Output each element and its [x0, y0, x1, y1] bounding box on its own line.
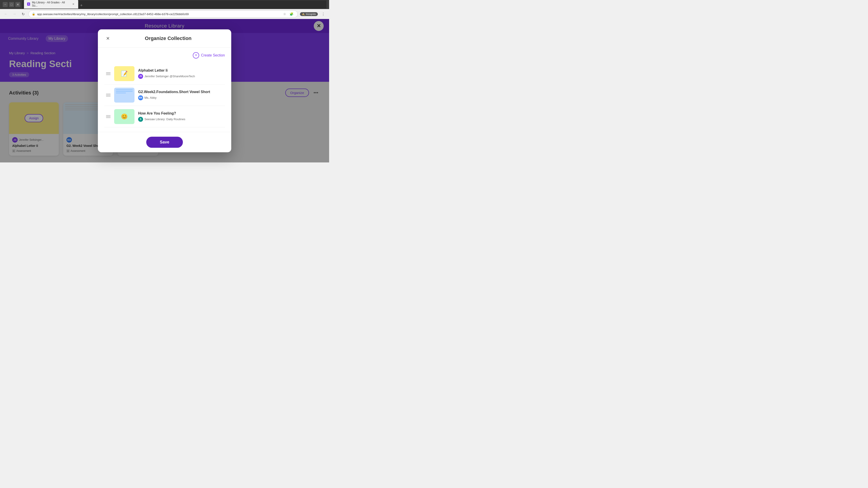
modal-overlay[interactable]: ✕ Organize Collection + Create Section	[0, 19, 329, 162]
refresh-button[interactable]: ↻	[20, 11, 26, 17]
drag-handle-1[interactable]	[106, 94, 111, 96]
organize-collection-modal: ✕ Organize Collection + Create Section	[98, 29, 231, 152]
save-button[interactable]: Save	[146, 137, 183, 148]
drag-item-title-0: Alphabet Letter Ii	[138, 68, 223, 72]
drag-item-author-1: MA Ms. Abby	[138, 95, 223, 100]
window-close-button[interactable]: ✕	[16, 2, 20, 7]
app-container: Resource Library ✕ Community Library My …	[0, 19, 329, 162]
extensions-button[interactable]: 🧩	[288, 11, 294, 17]
drag-item-1: G2.Week2.Foundations.Short Vowel Short M…	[104, 85, 225, 106]
tab-favicon: S	[27, 2, 30, 6]
address-bar: ← → ↻ 🔒 app.seesaw.me/#/activities/libra…	[0, 9, 329, 19]
drag-author-name-1: Ms. Abby	[145, 96, 156, 99]
drag-avatar-0: JS	[138, 74, 143, 79]
drag-thumb-0: 📝	[114, 66, 134, 81]
modal-footer: Save	[98, 132, 231, 152]
create-section-label: Create Section	[201, 53, 225, 57]
drag-avatar-2: S	[138, 117, 143, 122]
create-section-row: + Create Section	[104, 52, 225, 59]
drag-item-title-1: G2.Week2.Foundations.Short Vowel Short	[138, 90, 223, 94]
drag-author-name-2: Seesaw Library: Daily Routines	[145, 118, 185, 121]
drag-avatar-1: MA	[138, 95, 143, 100]
drag-item-0: 📝 Alphabet Letter Ii JS Jennifer Seitsin…	[104, 63, 225, 85]
tab-close-button[interactable]: ✕	[72, 2, 75, 6]
modal-close-button[interactable]: ✕	[104, 35, 112, 42]
lock-icon: 🔒	[32, 12, 35, 15]
drag-thumb-1	[114, 88, 134, 103]
create-section-icon: +	[193, 52, 199, 59]
drag-item-author-0: JS Jennifer Seitsinger @ShareMooreTech	[138, 74, 223, 79]
new-tab-button[interactable]: +	[78, 2, 85, 8]
modal-header: ✕ Organize Collection	[98, 29, 231, 48]
browser-chrome: － □ ✕ S My Library - All Grades - All Su…	[0, 0, 329, 19]
create-section-button[interactable]: + Create Section	[193, 52, 225, 59]
minimize-button[interactable]: －	[3, 2, 8, 7]
maximize-button[interactable]: □	[9, 2, 14, 7]
drag-thumb-2: 😊	[114, 109, 134, 124]
incognito-badge: 🕵 Incognito	[300, 12, 318, 16]
bookmark-button[interactable]: ☆	[282, 11, 287, 17]
drag-info-1: G2.Week2.Foundations.Short Vowel Short M…	[138, 90, 223, 100]
drag-info-0: Alphabet Letter Ii JS Jennifer Seitsinge…	[138, 68, 223, 79]
drag-handle-0[interactable]	[106, 72, 111, 75]
browser-titlebar: － □ ✕ S My Library - All Grades - All Su…	[0, 0, 329, 9]
modal-body: + Create Section 📝 Alphabet Le	[98, 48, 231, 132]
back-button[interactable]: ←	[3, 11, 9, 17]
incognito-icon: 🕵	[302, 13, 305, 15]
drag-item-author-2: S Seesaw Library: Daily Routines	[138, 117, 223, 122]
drag-info-2: How Are You Feeling? S Seesaw Library: D…	[138, 111, 223, 122]
tab-title: My Library - All Grades - All Su...	[32, 1, 70, 7]
browser-menu-button[interactable]: ⋮	[320, 11, 327, 17]
drag-item-2: 😊 How Are You Feeling? S Seesaw Library:…	[104, 106, 225, 127]
modal-title: Organize Collection	[112, 35, 225, 41]
active-tab[interactable]: S My Library - All Grades - All Su... ✕	[24, 0, 78, 8]
url-text: app.seesaw.me/#/activities/library/my_li…	[37, 12, 280, 16]
drag-item-title-2: How Are You Feeling?	[138, 111, 223, 116]
drag-handle-2[interactable]	[106, 115, 111, 118]
url-bar[interactable]: 🔒 app.seesaw.me/#/activities/library/my_…	[29, 10, 298, 18]
browser-window-controls: － □ ✕	[3, 2, 20, 7]
drag-author-name-0: Jennifer Seitsinger @ShareMooreTech	[145, 74, 195, 78]
forward-button[interactable]: →	[11, 11, 18, 17]
